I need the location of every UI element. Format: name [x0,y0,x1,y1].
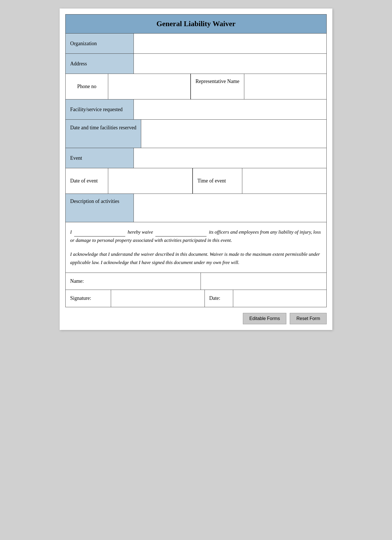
rep-name-label: Representative Name [191,74,244,99]
description-label: Description of activities [66,194,134,222]
date-input[interactable] [233,290,327,307]
organization-row: Organization [66,34,326,54]
facility-row: Facility/service requested [66,99,326,120]
form-container: General Liability Waiver Organization Ad… [65,14,327,307]
name-value[interactable] [201,273,327,290]
date-of-event-label: Date of event [66,168,108,194]
time-of-event-value[interactable] [242,168,326,194]
phone-rep-row: Phone no Representative Name [66,74,326,99]
date-of-event-value[interactable] [108,168,193,194]
date-time-label: Date and time facilities reserved [66,120,141,148]
description-input[interactable] [137,198,324,218]
editable-forms-button[interactable]: Editable Forms [243,313,287,324]
signature-row: Signature: Date: [66,290,326,307]
name-row: Name: [66,273,326,290]
signature-label: Signature: [66,290,111,307]
phone-value[interactable] [108,74,191,99]
signature-input[interactable] [111,290,205,307]
date-value[interactable] [233,290,327,307]
address-row: Address [66,54,326,74]
button-row: Editable Forms Reset Form [65,313,327,324]
date-time-value[interactable] [141,120,326,148]
organization-value[interactable] [134,34,326,53]
form-title: General Liability Waiver [66,14,326,34]
legal-paragraph-1: I hereby waive its officers and employee… [70,228,322,245]
date-time-row: Date and time facilities reserved [66,120,326,148]
address-label: Address [66,54,134,74]
event-value[interactable] [134,148,326,168]
time-of-event-input[interactable] [245,172,324,190]
name-input[interactable] [201,273,327,290]
date-of-event-input[interactable] [111,172,189,190]
event-label: Event [66,148,134,168]
name-blank-1[interactable] [74,228,125,236]
date-event-row: Date of event Time of event [66,168,326,194]
phone-label: Phone no [66,74,108,99]
page-wrapper: General Liability Waiver Organization Ad… [60,9,332,330]
name-label: Name: [66,273,201,290]
org-blank[interactable] [155,228,207,236]
facility-value[interactable] [134,99,326,119]
description-row: Description of activities [66,194,326,222]
reset-form-button[interactable]: Reset Form [290,313,327,324]
event-row: Event [66,148,326,168]
legal-text-block: I hereby waive its officers and employee… [66,222,326,273]
description-value[interactable] [134,194,326,222]
phone-input[interactable] [111,78,187,95]
time-of-event-label: Time of event [193,168,242,194]
facility-label: Facility/service requested [66,99,134,119]
rep-name-input[interactable] [247,78,324,95]
organization-input[interactable] [137,38,324,49]
facility-input[interactable] [137,103,324,115]
address-input[interactable] [137,58,324,70]
signature-value[interactable] [111,290,205,307]
organization-label: Organization [66,34,134,53]
date-label: Date: [205,290,233,307]
rep-name-value[interactable] [244,74,326,99]
legal-paragraph-2: I acknowledge that I understand the waiv… [70,250,322,267]
address-value[interactable] [134,54,326,74]
date-time-input[interactable] [144,124,324,144]
event-input[interactable] [137,152,324,164]
